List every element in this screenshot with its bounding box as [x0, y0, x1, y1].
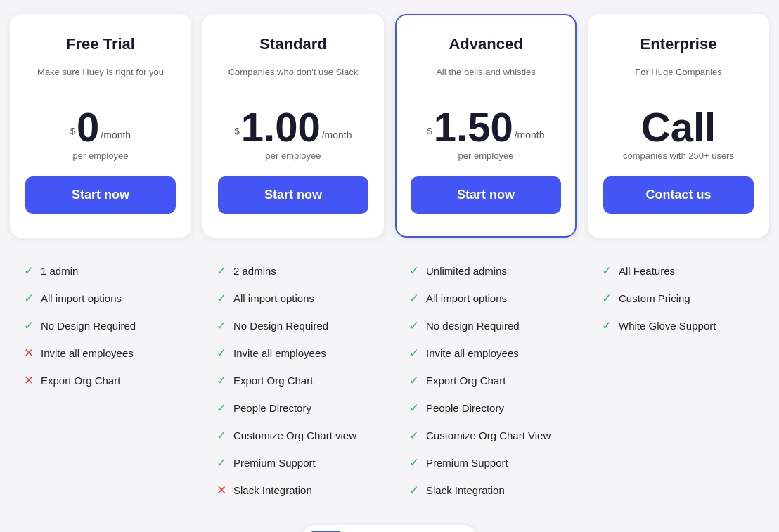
- feature-item: ✓Invite all employees: [409, 339, 562, 367]
- feature-label: Export Org Chart: [426, 375, 506, 387]
- feature-item: ✓All import options: [409, 285, 562, 312]
- feature-item: ✓No design Required: [409, 312, 562, 339]
- feature-item: ✓Export Org Chart: [409, 367, 562, 394]
- plan-name-enterprise: Enterprise: [603, 35, 754, 53]
- feature-label: All Features: [619, 265, 675, 277]
- feature-item: ✓2 admins: [217, 257, 370, 285]
- features-col-enterprise: ✓All Features✓Custom Pricing✓White Glove…: [588, 257, 769, 504]
- price-period-standard: /month: [322, 129, 352, 148]
- feature-item: ✓Customize Org Chart view: [217, 422, 370, 449]
- check-icon: ✓: [217, 318, 226, 333]
- feature-label: All import options: [426, 292, 507, 304]
- price-symbol-free-trial: $: [70, 126, 75, 148]
- price-amount-free-trial: 0: [77, 107, 99, 148]
- pricing-grid: Free TrialMake sure Huey is right for yo…: [10, 14, 769, 238]
- feature-label: 2 admins: [233, 265, 276, 277]
- feature-item: ✓Premium Support: [409, 449, 562, 476]
- check-icon: ✓: [602, 318, 612, 333]
- check-icon: ✓: [409, 318, 419, 333]
- features-col-advanced: ✓Unlimited admins✓All import options✓No …: [395, 257, 577, 504]
- check-icon: ✓: [409, 455, 419, 470]
- feature-item: ✓All Features: [602, 257, 755, 285]
- cta-button-advanced[interactable]: Start now: [411, 176, 561, 214]
- feature-item: ✓People Directory: [409, 394, 562, 422]
- check-icon: ✓: [24, 318, 34, 333]
- feature-item: ✓Unlimited admins: [409, 257, 562, 285]
- feature-label: Slack Integration: [233, 484, 312, 496]
- feature-item: ✓All import options: [217, 285, 370, 312]
- price-period-free-trial: /month: [101, 129, 131, 148]
- price-block-enterprise: Call: [603, 98, 754, 148]
- plan-card-advanced: AdvancedAll the bells and whistles$1.50/…: [395, 14, 577, 238]
- per-employee-free-trial: per employee: [25, 150, 176, 161]
- feature-label: Premium Support: [233, 457, 316, 469]
- demo-bar[interactable]: ALSO See an instant demo →: [302, 525, 477, 532]
- price-call: Call: [641, 107, 716, 148]
- cta-button-enterprise[interactable]: Contact us: [603, 176, 754, 214]
- price-block-advanced: $1.50/month: [411, 98, 561, 148]
- price-block-free-trial: $0/month: [25, 98, 176, 148]
- check-icon: ✓: [217, 346, 226, 361]
- feature-label: White Glove Support: [619, 320, 716, 332]
- check-icon: ✓: [217, 428, 226, 443]
- check-icon: ✓: [217, 291, 226, 306]
- feature-label: Export Org Chart: [233, 375, 313, 387]
- cross-icon: ✕: [217, 483, 226, 498]
- check-icon: ✓: [409, 373, 419, 388]
- price-amount-advanced: 1.50: [434, 107, 513, 148]
- feature-label: People Directory: [426, 402, 504, 414]
- plan-tagline-free-trial: Make sure Huey is right for you: [25, 59, 176, 84]
- feature-label: All import options: [41, 292, 122, 304]
- plan-card-enterprise: EnterpriseFor Huge CompaniesCallcompanie…: [588, 14, 769, 238]
- plan-tagline-standard: Companies who don't use Slack: [218, 59, 368, 84]
- feature-label: Invite all employees: [426, 347, 519, 359]
- price-amount-standard: 1.00: [241, 107, 321, 148]
- check-icon: ✓: [217, 455, 226, 470]
- check-icon: ✓: [217, 401, 226, 415]
- feature-label: No Design Required: [233, 320, 328, 332]
- feature-item: ✓No Design Required: [24, 312, 177, 339]
- cta-button-free-trial[interactable]: Start now: [25, 176, 176, 214]
- feature-label: People Directory: [233, 402, 311, 414]
- feature-label: All import options: [233, 292, 314, 304]
- check-icon: ✓: [602, 291, 612, 306]
- feature-item: ✕Export Org Chart: [24, 367, 177, 394]
- check-icon: ✓: [409, 483, 419, 498]
- plan-name-free-trial: Free Trial: [25, 35, 176, 53]
- feature-label: Custom Pricing: [619, 292, 690, 304]
- cross-icon: ✕: [24, 373, 34, 388]
- feature-item: ✓Custom Pricing: [602, 285, 755, 312]
- check-icon: ✓: [409, 291, 419, 306]
- plan-name-advanced: Advanced: [411, 35, 561, 53]
- check-icon: ✓: [409, 264, 419, 278]
- feature-item: ✕Slack Integration: [217, 476, 370, 504]
- check-icon: ✓: [24, 264, 34, 278]
- check-icon: ✓: [217, 373, 226, 388]
- cross-icon: ✕: [24, 346, 34, 361]
- feature-label: Customize Org Chart view: [233, 429, 356, 441]
- check-icon: ✓: [602, 264, 612, 278]
- feature-item: ✓White Glove Support: [602, 312, 755, 339]
- features-grid: ✓1 admin✓All import options✓No Design Re…: [10, 257, 769, 504]
- feature-item: ✓No Design Required: [217, 312, 370, 339]
- feature-item: ✓1 admin: [24, 257, 177, 285]
- per-employee-standard: per employee: [218, 150, 368, 161]
- plan-card-free-trial: Free TrialMake sure Huey is right for yo…: [10, 14, 191, 238]
- check-icon: ✓: [409, 346, 419, 361]
- feature-label: Customize Org Chart View: [426, 429, 551, 441]
- feature-item: ✓People Directory: [217, 394, 370, 422]
- plan-name-standard: Standard: [218, 35, 368, 53]
- per-employee-advanced: per employee: [411, 150, 561, 161]
- feature-label: Invite all employees: [233, 347, 326, 359]
- cta-button-standard[interactable]: Start now: [218, 176, 368, 214]
- price-block-standard: $1.00/month: [218, 98, 368, 148]
- feature-item: ✓Export Org Chart: [217, 367, 370, 394]
- feature-item: ✓Customize Org Chart View: [409, 422, 562, 449]
- check-icon: ✓: [409, 428, 419, 443]
- check-icon: ✓: [409, 401, 419, 415]
- feature-item: ✓Invite all employees: [217, 339, 370, 367]
- feature-item: ✓Premium Support: [217, 449, 370, 476]
- features-col-free-trial: ✓1 admin✓All import options✓No Design Re…: [10, 257, 191, 504]
- plan-card-standard: StandardCompanies who don't use Slack$1.…: [202, 14, 384, 238]
- plan-tagline-advanced: All the bells and whistles: [411, 59, 561, 84]
